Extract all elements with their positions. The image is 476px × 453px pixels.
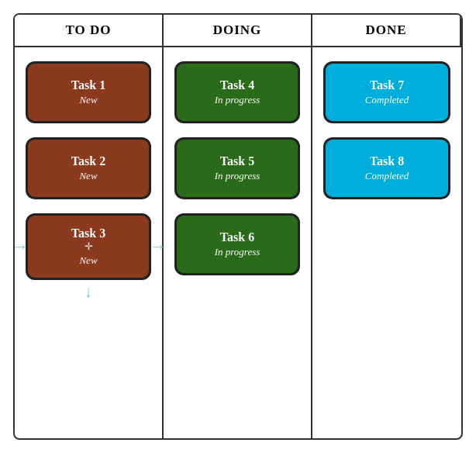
task-card-task7[interactable]: Task 7 Completed — [323, 61, 450, 123]
task3-status: New — [79, 254, 97, 267]
task2-status: New — [79, 170, 97, 182]
task-card-task8[interactable]: Task 8 Completed — [323, 137, 450, 199]
header-done: DONE — [312, 15, 461, 47]
task7-status: Completed — [365, 94, 409, 106]
header-todo-label: TO DO — [65, 22, 111, 37]
task6-title: Task 6 — [220, 230, 254, 244]
task6-status: In progress — [215, 246, 260, 258]
header-doing: DOING — [164, 15, 312, 47]
task1-title: Task 1 — [71, 78, 105, 92]
move-cursor-icon: ✛ — [85, 240, 93, 253]
kanban-board: TO DO DOING DONE Task 1 New Task 2 New →… — [13, 13, 463, 440]
task5-title: Task 5 — [220, 154, 254, 168]
arrow-left-icon: → — [13, 237, 29, 257]
arrow-down-icon: ↓ — [85, 282, 93, 302]
arrow-right-icon: → — [150, 237, 167, 257]
task3-title: Task 3 — [71, 226, 105, 240]
task7-title: Task 7 — [370, 78, 404, 92]
task-card-task1[interactable]: Task 1 New — [26, 61, 151, 123]
task5-status: In progress — [215, 170, 260, 182]
task-card-task3[interactable]: Task 3 ✛ New — [26, 213, 151, 280]
task-card-task2[interactable]: Task 2 New — [26, 137, 151, 199]
header-todo: TO DO — [15, 15, 164, 47]
task1-status: New — [79, 94, 97, 106]
task-card-task4[interactable]: Task 4 In progress — [174, 61, 300, 123]
task8-title: Task 8 — [370, 154, 404, 168]
task8-status: Completed — [365, 170, 409, 182]
task4-status: In progress — [215, 94, 260, 106]
done-column: Task 7 Completed Task 8 Completed — [312, 47, 461, 438]
task2-title: Task 2 — [71, 154, 105, 168]
task3-wrapper: → Task 3 ✛ New → ↓ — [26, 213, 151, 280]
task-card-task6[interactable]: Task 6 In progress — [174, 213, 300, 275]
task4-title: Task 4 — [220, 78, 254, 92]
doing-column: Task 4 In progress Task 5 In progress Ta… — [164, 47, 312, 438]
header-doing-label: DOING — [213, 22, 262, 37]
header-done-label: DONE — [365, 22, 406, 37]
todo-column: Task 1 New Task 2 New → Task 3 ✛ New → ↓ — [15, 47, 164, 438]
task-card-task5[interactable]: Task 5 In progress — [174, 137, 300, 199]
